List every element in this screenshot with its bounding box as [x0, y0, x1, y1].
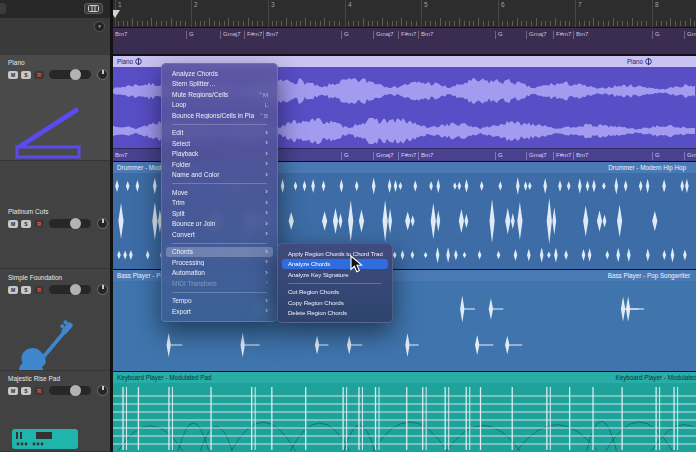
solo-button[interactable]: S — [21, 220, 31, 228]
menu-item-convert[interactable]: Convert› — [166, 229, 273, 240]
chord-track-chord[interactable]: Gmaj7 — [529, 31, 547, 37]
menu-item-apply-region-chords-to-chord-track[interactable]: Apply Region Chords to Chord Track — [282, 248, 388, 259]
chord-track-chord[interactable]: Bm7 — [115, 31, 127, 37]
menu-item-midi-transform[interactable]: MIDI Transform› — [166, 278, 273, 289]
menu-item-bounce-or-join[interactable]: Bounce or Join› — [166, 219, 273, 230]
menu-item-automation[interactable]: Automation› — [166, 268, 273, 279]
chord-track-chord[interactable]: Gmaj7 — [687, 31, 696, 37]
track-icon-wrap[interactable] — [12, 106, 84, 161]
menu-item-label: Folder — [172, 161, 260, 168]
region-chord[interactable]: Gmaj7 — [687, 152, 696, 158]
track-name[interactable]: Majestic Rise Pad — [0, 375, 110, 382]
mute-button[interactable]: M — [8, 71, 18, 79]
chord-track-chord[interactable]: Bm7 — [266, 31, 278, 37]
bar-ruler[interactable]: 12345678 — [113, 0, 696, 28]
region-chord[interactable]: F#m7 — [556, 152, 571, 158]
menu-item-stem-splitter[interactable]: Stem Splitter… — [166, 79, 273, 90]
menu-item-cut-region-chords[interactable]: Cut Region Chords — [282, 287, 388, 298]
pan-knob[interactable] — [97, 284, 108, 295]
volume-slider[interactable] — [49, 386, 91, 395]
menu-item-move[interactable]: Move› — [166, 187, 273, 198]
menu-item-delete-region-chords[interactable]: Delete Region Chords — [282, 308, 388, 319]
pan-knob[interactable] — [97, 218, 108, 229]
volume-slider-knob[interactable] — [70, 385, 81, 396]
chord-track-options-button[interactable]: ▾ — [94, 21, 105, 32]
menu-item-trim[interactable]: Trim› — [166, 198, 273, 209]
menu-item-analyze-key-signature[interactable]: Analyze Key Signature — [282, 269, 388, 280]
region-chord[interactable]: G — [344, 152, 349, 158]
menu-item-export[interactable]: Export› — [166, 306, 273, 317]
chord-track-chord[interactable]: Bm7 — [576, 31, 588, 37]
menu-item-processing[interactable]: Processing› — [166, 257, 273, 268]
record-button[interactable]: R — [34, 387, 44, 395]
record-button[interactable]: R — [34, 286, 44, 294]
menu-item-chords[interactable]: Chords› — [166, 247, 273, 258]
chord-track-chord[interactable]: F#m7 — [556, 31, 571, 37]
mute-button[interactable]: M — [8, 220, 18, 228]
playhead[interactable] — [113, 10, 120, 18]
volume-slider[interactable] — [49, 70, 91, 79]
record-button[interactable]: R — [34, 220, 44, 228]
chord-track-chord[interactable]: G — [655, 31, 660, 37]
track-name[interactable]: Piano — [0, 59, 110, 66]
track-name[interactable]: Simple Foundation — [0, 274, 110, 281]
chord-track-chord[interactable]: G — [498, 31, 503, 37]
chord-track-chord[interactable]: G — [344, 31, 349, 37]
menu-item-analyze-chords[interactable]: Analyze Chords — [282, 259, 388, 270]
solo-button[interactable]: S — [21, 71, 31, 79]
toolbar-button-partial[interactable] — [0, 3, 6, 14]
menu-item-edit[interactable]: Edit› — [166, 128, 273, 139]
menu-item-name-and-color[interactable]: Name and Color› — [166, 170, 273, 181]
chord-divider — [373, 152, 374, 160]
region-chord[interactable]: G — [498, 152, 503, 158]
solo-button[interactable]: S — [21, 387, 31, 395]
chord-track-chord[interactable]: Gmaj7 — [376, 31, 394, 37]
track-icon-wrap[interactable] — [12, 426, 78, 452]
pan-knob[interactable] — [97, 385, 108, 396]
region-chord[interactable]: F#m7 — [401, 152, 416, 158]
track-icon-wrap[interactable] — [12, 320, 78, 371]
menu-item-analyze-chords[interactable]: Analyze Chords — [166, 68, 273, 79]
mute-button[interactable]: M — [8, 387, 18, 395]
menu-item-tempo[interactable]: Tempo› — [166, 296, 273, 307]
track-name[interactable]: Platinum Cuts — [0, 208, 110, 215]
track-header-simple-foundation[interactable]: Simple FoundationMSR — [0, 269, 110, 371]
region-chord[interactable]: Bm7 — [421, 152, 433, 158]
menu-item-loop[interactable]: LoopL — [166, 100, 273, 111]
region-chord[interactable]: Bm7 — [576, 152, 588, 158]
solo-button[interactable]: S — [21, 286, 31, 294]
volume-slider[interactable] — [49, 285, 91, 294]
menu-item-playback[interactable]: Playback› — [166, 149, 273, 160]
volume-slider-knob[interactable] — [70, 69, 81, 80]
menu-item-label: Processing — [172, 259, 260, 266]
menu-item-mute-regions-cells[interactable]: Mute Regions/Cells⌃M — [166, 89, 273, 100]
region-name: Piano — [117, 56, 142, 67]
record-button[interactable]: R — [34, 71, 44, 79]
menu-item-bounce-regions-cells-in-place[interactable]: Bounce Regions/Cells in Place…⌃B — [166, 110, 273, 121]
chord-track[interactable]: Bm7GGmaj7F#m7Bm7GGmaj7F#m7Bm7GGmaj7F#m7B… — [113, 28, 696, 55]
menu-item-copy-region-chords[interactable]: Copy Region Chords — [282, 297, 388, 308]
volume-slider[interactable] — [49, 219, 91, 228]
menu-item-split[interactable]: Split› — [166, 208, 273, 219]
menu-item-folder[interactable]: Folder› — [166, 159, 273, 170]
chord-track-chord[interactable]: F#m7 — [401, 31, 416, 37]
menu-item-select[interactable]: Select› — [166, 138, 273, 149]
region-keys[interactable]: Keyboard Player - Modulated PadKeyboard … — [113, 372, 696, 452]
region-context-menu: Analyze ChordsStem Splitter…Mute Regions… — [161, 63, 278, 322]
pan-knob[interactable] — [97, 69, 108, 80]
chord-track-chord[interactable]: Bm7 — [421, 31, 433, 37]
chord-track-chord[interactable]: G — [189, 31, 194, 37]
chord-track-chord[interactable]: Gmaj7 — [223, 31, 241, 37]
volume-slider-knob[interactable] — [70, 218, 81, 229]
volume-slider-knob[interactable] — [70, 284, 81, 295]
chord-track-chord[interactable]: F#m7 — [247, 31, 262, 37]
region-chord[interactable]: Gmaj7 — [529, 152, 547, 158]
track-header-majestic-rise-pad[interactable]: Majestic Rise PadMSR — [0, 371, 110, 452]
region-chord[interactable]: Bm7 — [115, 152, 127, 158]
track-header-piano[interactable]: PianoMSR — [0, 55, 110, 161]
track-header-platinum-cuts[interactable]: Platinum CutsMSR — [0, 161, 110, 269]
musical-typing-button[interactable] — [84, 3, 103, 14]
mute-button[interactable]: M — [8, 286, 18, 294]
region-chord[interactable]: Gmaj7 — [376, 152, 394, 158]
region-chord[interactable]: G — [655, 152, 660, 158]
